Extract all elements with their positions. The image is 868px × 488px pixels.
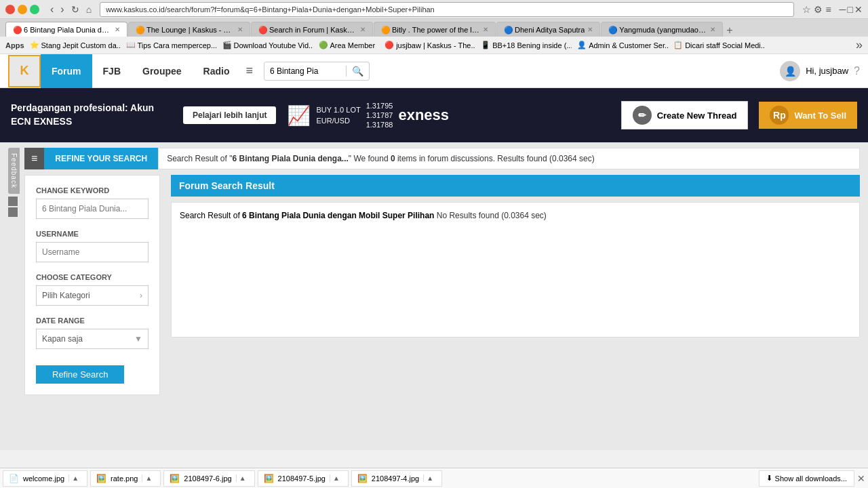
bookmark-3[interactable]: 🎬 Download Youtube Vid... xyxy=(218,39,313,51)
date-range-select[interactable]: Kapan saja ▼ xyxy=(36,329,149,349)
close-downloads-button[interactable]: ✕ xyxy=(857,473,865,484)
bookmark-4[interactable]: 🟢 Area Member xyxy=(315,39,380,51)
nav-radio[interactable]: Radio xyxy=(193,54,241,88)
ad-price-2-value: 1.31787 xyxy=(366,111,393,119)
date-arrow-icon: ▼ xyxy=(134,334,142,344)
tab-1-close[interactable]: ✕ xyxy=(115,26,120,33)
refresh-button[interactable]: ↻ xyxy=(68,3,82,16)
refine-search-button[interactable]: Refine Search xyxy=(36,365,124,384)
bookmark-star-button[interactable]: ☆ xyxy=(802,4,811,15)
bookmarks-more[interactable]: » xyxy=(856,38,863,52)
avatar: 👤 xyxy=(780,61,800,81)
download-3-arrow[interactable]: ▲ xyxy=(236,474,249,482)
bookmark-6[interactable]: 📱 BB+18 Bening inside (... xyxy=(477,39,572,51)
bookmark-4-label: Area Member xyxy=(330,41,376,49)
nav-groupee-label: Groupee xyxy=(142,66,182,77)
tab-6-close[interactable]: ✕ xyxy=(710,26,715,33)
search-container: ≡ REFINE YOUR SEARCH Search Result of "6… xyxy=(24,148,860,395)
tab-3[interactable]: 🔴 Search in Forum | Kaskus - T... ✕ xyxy=(251,22,373,37)
feedback-button[interactable]: Feedback xyxy=(8,148,20,194)
create-thread-button[interactable]: ✏ Create New Thread xyxy=(621,101,749,129)
download-4[interactable]: 🖼️ 2108497-5.jpg ▲ xyxy=(258,470,349,487)
forward-button[interactable]: › xyxy=(58,2,66,17)
kaskus-header: K Forum FJB Groupee Radio ≡ 🔍 👤 xyxy=(0,54,868,88)
tab-4-close[interactable]: ✕ xyxy=(483,26,488,33)
header-search[interactable]: 🔍 xyxy=(264,62,370,81)
left-icon-2[interactable] xyxy=(8,207,18,217)
nav-forum[interactable]: Forum xyxy=(41,54,92,88)
bookmark-2[interactable]: 📖 Tips Cara mempercep... xyxy=(122,39,217,51)
tab-1[interactable]: 🔴 6 Bintang Piala Dunia denga... ✕ xyxy=(5,22,127,37)
bookmark-8[interactable]: 📋 Dicari staff Social Medi... xyxy=(669,39,764,51)
close-button[interactable] xyxy=(5,5,15,14)
ad-price-3-value: 1.31788 xyxy=(366,121,393,129)
bookmark-7[interactable]: 👤 Admin & Customer Ser... xyxy=(573,39,668,51)
nav-more-icon[interactable]: ≡ xyxy=(240,64,258,78)
tab-5[interactable]: 🔵 Dheni Aditya Saputra ✕ xyxy=(496,22,600,37)
tab-2[interactable]: 🟠 The Lounge | Kaskus - The L... ✕ xyxy=(128,22,250,37)
browser-actions: ☆ ⚙ ≡ xyxy=(802,4,831,15)
want-to-sell-label: Want To Sell xyxy=(794,110,846,121)
back-button[interactable]: ‹ xyxy=(47,2,56,17)
download-3-name: 2108497-6.jpg xyxy=(184,474,231,483)
extensions-button[interactable]: ⚙ xyxy=(814,4,823,15)
os-close[interactable]: ✕ xyxy=(854,4,863,15)
os-window-controls: ─ □ ✕ xyxy=(840,4,863,15)
address-bar[interactable] xyxy=(100,2,794,17)
minimize-button[interactable] xyxy=(18,5,27,14)
maximize-button[interactable] xyxy=(30,5,39,14)
show-all-downloads-button[interactable]: ⬇ Show all downloads... xyxy=(759,470,854,487)
user-info: 👤 Hi, jusjbaw ? xyxy=(780,61,860,81)
tab-5-close[interactable]: ✕ xyxy=(587,26,593,33)
new-tab-button[interactable]: + xyxy=(726,24,732,37)
choose-category-section: CHOOSE CATEGORY Pilih Kategori › xyxy=(36,273,149,306)
menu-button[interactable]: ≡ xyxy=(825,4,831,15)
ad-chart-icon: 📈 xyxy=(287,104,311,127)
download-arrow-icon: ⬇ xyxy=(766,474,772,483)
download-2-arrow[interactable]: ▲ xyxy=(142,474,155,482)
date-range-label: DATE RANGE xyxy=(36,317,149,325)
tab-3-close[interactable]: ✕ xyxy=(360,26,366,33)
choose-category-select[interactable]: Pilih Kategori › xyxy=(36,285,149,306)
refine-your-search-button[interactable]: REFINE YOUR SEARCH xyxy=(44,148,158,169)
forum-result-header: Forum Search Result xyxy=(171,175,860,197)
download-4-arrow[interactable]: ▲ xyxy=(330,474,342,482)
ad-price-2: 1.31787 xyxy=(366,111,393,119)
tab-1-favicon: 🔴 xyxy=(13,26,21,34)
download-2[interactable]: 🖼️ rate.png ▲ xyxy=(90,470,161,487)
tab-6[interactable]: 🔵 Yangmuda (yangmudaonline... ✕ xyxy=(601,22,723,37)
tab-4-label: Bitly . The power of the link... xyxy=(392,26,480,34)
download-1[interactable]: 📄 welcome.jpg ▲ xyxy=(3,470,87,487)
os-minimize[interactable]: ─ xyxy=(840,4,846,15)
change-keyword-input[interactable] xyxy=(36,199,149,219)
help-icon[interactable]: ? xyxy=(854,65,860,77)
download-5-arrow[interactable]: ▲ xyxy=(423,474,436,482)
os-maximize[interactable]: □ xyxy=(848,4,853,15)
download-5[interactable]: 🖼️ 2108497-4.jpg ▲ xyxy=(351,470,442,487)
tab-4[interactable]: 🟠 Bitly . The power of the link... ✕ xyxy=(374,22,496,37)
header-search-button[interactable]: 🔍 xyxy=(346,66,369,77)
bookmarks-bar: Apps ⭐ Stang Jepit Custom da... 📖 Tips C… xyxy=(0,37,868,54)
want-to-sell-button[interactable]: Rp Want To Sell xyxy=(759,102,857,129)
username-input[interactable] xyxy=(36,242,149,262)
home-button[interactable]: ⌂ xyxy=(83,3,94,16)
header-search-input[interactable] xyxy=(264,66,346,76)
left-icon-1[interactable] xyxy=(8,197,18,206)
tab-2-close[interactable]: ✕ xyxy=(237,26,243,33)
want-to-sell-icon: Rp xyxy=(770,106,789,125)
browser-window: ‹ › ↻ ⌂ ☆ ⚙ ≡ ─ □ ✕ 🔴 6 Bintang Piala Du… xyxy=(0,0,868,450)
apps-label[interactable]: Apps xyxy=(5,41,24,49)
bookmark-1[interactable]: ⭐ Stang Jepit Custom da... xyxy=(26,39,121,51)
kaskus-logo[interactable]: K xyxy=(8,55,41,87)
ad-price-3: 1.31788 xyxy=(366,121,393,129)
refine-bar: ≡ REFINE YOUR SEARCH Search Result of "6… xyxy=(24,148,860,169)
nav-fjb[interactable]: FJB xyxy=(92,54,132,88)
tab-bar: 🔴 6 Bintang Piala Dunia denga... ✕ 🟠 The… xyxy=(0,19,868,37)
nav-groupee[interactable]: Groupee xyxy=(132,54,193,88)
hamburger-button[interactable]: ≡ xyxy=(24,148,44,169)
category-arrow-icon: › xyxy=(140,291,142,300)
download-1-arrow[interactable]: ▲ xyxy=(68,474,81,482)
ad-learn-more-button[interactable]: Pelajari lebih lanjut xyxy=(183,106,276,124)
download-3[interactable]: 🖼️ 2108497-6.jpg ▲ xyxy=(163,470,254,487)
bookmark-5[interactable]: 🔴 jusjbaw | Kaskus - The... xyxy=(380,39,475,51)
